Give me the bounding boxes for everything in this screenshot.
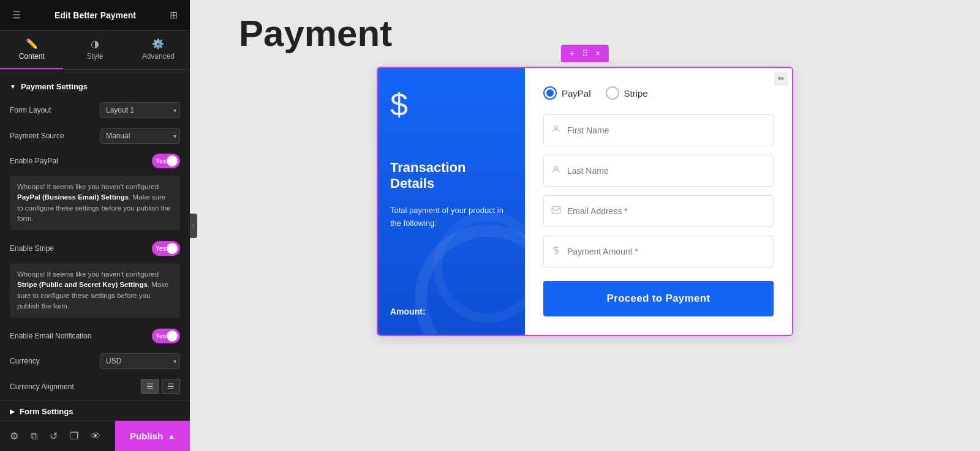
svg-rect-2 <box>552 207 560 214</box>
grid-icon[interactable]: ⊞ <box>167 7 180 23</box>
currency-label: Currency <box>10 357 100 365</box>
duplicate-icon-btn[interactable]: ❐ <box>67 428 81 444</box>
currency-alignment-row: Currency Alignment ☰ ☰ <box>0 374 190 399</box>
widget-toolbar: + ⠿ × <box>561 45 609 62</box>
history-icon-btn[interactable]: ↺ <box>47 428 60 444</box>
blue-panel: $ Transaction Details Total payment of y… <box>378 68 525 335</box>
currency-select[interactable]: USD <box>100 353 180 369</box>
tab-advanced[interactable]: ⚙️ Advanced <box>127 31 190 69</box>
tab-advanced-label: Advanced <box>142 52 175 61</box>
paypal-label: PayPal <box>562 88 591 99</box>
sidebar: ☰ Edit Better Payment ⊞ ✏️ Content ◑ Sty… <box>0 0 190 451</box>
main-area: Payment + ⠿ × $ Transaction Details Tota… <box>190 0 980 451</box>
email-icon <box>551 205 561 217</box>
widget-edit-icon[interactable]: ✏ <box>774 72 788 86</box>
form-panel: PayPal Stripe <box>525 68 792 335</box>
paypal-warning-bold: PayPal (Business Email) Settings <box>17 193 129 201</box>
preview-icon-btn[interactable]: 👁 <box>88 428 103 444</box>
email-notification-toggle[interactable]: Yes <box>152 329 180 343</box>
sidebar-title: Edit Better Payment <box>55 10 136 20</box>
last-name-field <box>543 155 774 187</box>
stripe-toggle[interactable]: Yes <box>152 241 180 256</box>
sidebar-header: ☰ Edit Better Payment ⊞ <box>0 0 190 31</box>
payment-amount-input[interactable] <box>567 247 766 256</box>
form-layout-label: Form Layout <box>10 106 100 114</box>
form-settings-arrow-icon: ▶ <box>10 408 15 415</box>
transaction-title: Transaction Details <box>390 160 513 192</box>
enable-email-notification-row: Enable Email Notification Yes <box>0 324 190 348</box>
tab-style-label: Style <box>87 52 104 61</box>
form-layout-select-wrapper: Layout 1 <box>100 102 180 118</box>
payment-options: PayPal Stripe <box>543 86 774 100</box>
email-input[interactable] <box>567 206 766 216</box>
stripe-radio[interactable] <box>606 86 619 100</box>
sidebar-collapse-handle[interactable]: ‹ <box>190 214 197 238</box>
widget-card: $ Transaction Details Total payment of y… <box>377 67 793 336</box>
publish-button[interactable]: Publish ▲ <box>115 421 190 452</box>
currency-alignment-label: Currency Alignment <box>10 382 141 391</box>
form-settings-header[interactable]: ▶ Form Settings <box>0 402 190 420</box>
first-name-input[interactable] <box>567 125 766 135</box>
person-icon-2 <box>551 165 561 177</box>
amount-label: Amount: <box>390 307 426 316</box>
settings-icon-btn[interactable]: ⚙ <box>7 428 21 444</box>
paypal-radio-inner <box>546 89 554 97</box>
dollar-sign: $ <box>390 86 408 123</box>
paypal-radio[interactable] <box>543 86 557 100</box>
content-icon: ✏️ <box>26 38 38 50</box>
enable-email-label: Enable Email Notification <box>10 332 152 340</box>
payment-source-select-wrapper: Manual <box>100 128 180 144</box>
style-icon: ◑ <box>91 38 99 50</box>
footer-icons: ⚙ ⧉ ↺ ❐ 👁 <box>0 428 115 444</box>
payment-settings-label: Payment Settings <box>21 82 88 91</box>
currency-alignment-btns: ☰ ☰ <box>141 379 180 394</box>
paypal-toggle[interactable]: Yes <box>152 154 180 168</box>
tab-content-label: Content <box>19 52 45 61</box>
enable-paypal-row: Enable PayPal Yes <box>0 149 190 173</box>
payment-source-select[interactable]: Manual <box>100 128 180 144</box>
widget-add-btn[interactable]: + <box>566 47 578 59</box>
tab-style[interactable]: ◑ Style <box>63 31 126 69</box>
publish-label: Publish <box>130 431 163 441</box>
sidebar-tabs: ✏️ Content ◑ Style ⚙️ Advanced <box>0 31 190 70</box>
person-icon-1 <box>551 124 561 136</box>
payment-source-row: Payment Source Manual <box>0 123 190 149</box>
hamburger-icon[interactable]: ☰ <box>10 7 23 23</box>
payment-settings-header[interactable]: ▼ Payment Settings <box>0 77 190 97</box>
section-arrow-icon: ▼ <box>10 83 16 90</box>
widget-move-btn[interactable]: ⠿ <box>578 47 592 59</box>
enable-stripe-label: Enable Stripe <box>10 244 152 253</box>
proceed-to-payment-button[interactable]: Proceed to Payment <box>543 281 774 316</box>
publish-chevron-icon: ▲ <box>168 432 175 441</box>
form-layout-select[interactable]: Layout 1 <box>100 102 180 118</box>
payment-source-label: Payment Source <box>10 132 100 140</box>
advanced-icon: ⚙️ <box>152 38 164 50</box>
first-name-field <box>543 114 774 146</box>
stripe-label: Stripe <box>624 88 648 99</box>
enable-paypal-label: Enable PayPal <box>10 157 152 165</box>
layers-icon-btn[interactable]: ⧉ <box>28 428 40 444</box>
paypal-warning: Whoops! It seems like you haven't config… <box>10 176 180 230</box>
paypal-option[interactable]: PayPal <box>543 86 591 100</box>
svg-point-1 <box>554 166 557 170</box>
dollar-icon <box>551 245 561 258</box>
widget-outer: + ⠿ × $ Transaction Details Total paymen… <box>377 67 793 336</box>
enable-stripe-row: Enable Stripe Yes <box>0 236 190 261</box>
widget-close-btn[interactable]: × <box>592 47 604 59</box>
stripe-warning-bold: Stripe (Public and Secret Key) Settings <box>17 281 148 288</box>
currency-row: Currency USD <box>0 348 190 374</box>
last-name-input[interactable] <box>567 166 766 176</box>
form-settings-label: Form Settings <box>20 407 73 416</box>
tab-content[interactable]: ✏️ Content <box>0 31 63 69</box>
sidebar-footer: ⚙ ⧉ ↺ ❐ 👁 Publish ▲ <box>0 420 190 451</box>
transaction-description: Total payment of your product in the fol… <box>390 204 513 230</box>
currency-select-wrapper: USD <box>100 353 180 369</box>
page-title: Payment <box>239 12 392 54</box>
align-left-btn[interactable]: ☰ <box>141 379 159 394</box>
stripe-option[interactable]: Stripe <box>606 86 648 100</box>
svg-point-0 <box>554 126 557 129</box>
form-layout-row: Form Layout Layout 1 <box>0 97 190 123</box>
sidebar-content: ▼ Payment Settings Form Layout Layout 1 … <box>0 70 190 420</box>
align-right-btn[interactable]: ☰ <box>162 379 180 394</box>
payment-amount-field <box>543 236 774 267</box>
